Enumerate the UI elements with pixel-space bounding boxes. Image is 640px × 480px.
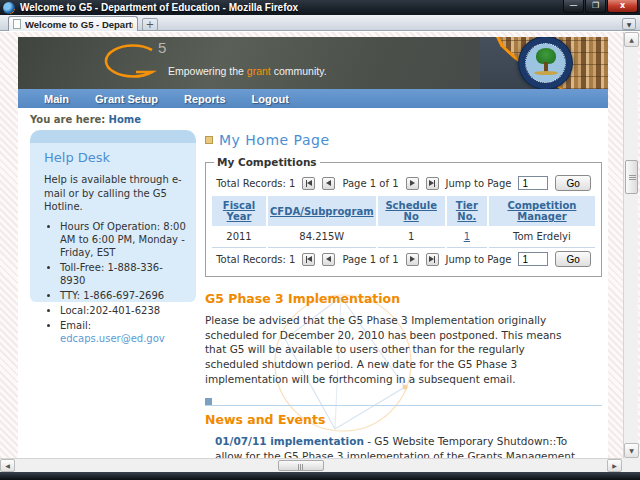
- scroll-down-arrow-icon[interactable]: ▼: [624, 443, 639, 458]
- page-title-square-icon: [205, 136, 213, 144]
- pagination-bottom: Total Records: 1 Page 1 of 1 Jump to Pag…: [210, 248, 597, 270]
- close-button[interactable]: x: [607, 0, 638, 13]
- nav-item-grant-setup[interactable]: Grant Setup: [95, 93, 158, 105]
- taskbar-edge: [0, 472, 640, 480]
- tab-strip: Welcome to G5 - Department of Edu... + ▼: [0, 15, 640, 31]
- page-content: You are here: Home Help Desk Help is ava…: [18, 108, 608, 472]
- help-desk-intro: Help is available through e-mail or by c…: [44, 173, 186, 214]
- tagline-grant-accent: grant: [247, 65, 271, 77]
- help-desk-local: Local:202-401-6238: [60, 304, 186, 317]
- divider-square-icon: [205, 398, 212, 405]
- my-competitions-legend: My Competitions: [214, 156, 320, 168]
- go-button[interactable]: Go: [555, 175, 590, 191]
- help-desk-title: Help Desk: [44, 150, 186, 165]
- nav-item-logout[interactable]: Logout: [252, 93, 289, 105]
- competitions-table: Fiscal Year CFDA/Subprogram Schedule No …: [210, 196, 597, 248]
- table-header-row: Fiscal Year CFDA/Subprogram Schedule No …: [212, 196, 595, 226]
- titlebar: Welcome to G5 - Department of Education …: [0, 0, 640, 15]
- firefox-icon: [3, 2, 15, 14]
- my-competitions-fieldset: My Competitions Total Records: 1 Page 1 …: [205, 156, 602, 277]
- page-favicon-icon: [13, 19, 21, 29]
- cell-competition-manager: Tom Erdelyi: [489, 226, 595, 248]
- vertical-scroll-thumb[interactable]: [625, 160, 638, 194]
- horizontal-scrollbar[interactable]: ◀ ▶: [0, 458, 622, 472]
- scroll-up-arrow-icon[interactable]: ▲: [624, 32, 639, 47]
- last-page-button[interactable]: [426, 177, 439, 190]
- table-row: 2011 84.215W 1 1 Tom Erdelyi: [212, 226, 595, 248]
- help-desk-tty: TTY: 1-866-697-2696: [60, 289, 186, 302]
- jump-to-page-input[interactable]: [518, 176, 548, 190]
- breadcrumb-home-link[interactable]: Home: [109, 114, 141, 125]
- breadcrumb-label: You are here:: [30, 114, 105, 125]
- nav-item-reports[interactable]: Reports: [184, 93, 226, 105]
- col-tier-no[interactable]: Tier No.: [447, 196, 487, 226]
- tier-no-link[interactable]: 1: [464, 231, 470, 242]
- scroll-right-arrow-icon[interactable]: ▶: [607, 459, 622, 472]
- prev-page-button[interactable]: [322, 253, 335, 266]
- page-title: My Home Page: [205, 132, 602, 148]
- banner-tagline: Empowering the grant community.: [168, 65, 327, 77]
- main-navigation: Main Grant Setup Reports Logout: [18, 89, 608, 108]
- phase3-section: G5 Phase 3 Implementation Please be advi…: [205, 291, 602, 386]
- scroll-left-arrow-icon[interactable]: ◀: [0, 459, 15, 472]
- tab-welcome-g5[interactable]: Welcome to G5 - Department of Edu...: [8, 16, 138, 31]
- total-records-label: Total Records: 1: [216, 178, 295, 189]
- scrollbar-corner: [622, 458, 640, 472]
- jump-to-page-label: Jump to Page: [446, 178, 512, 189]
- help-desk-email-link[interactable]: edcaps.user@ed.gov: [60, 333, 165, 344]
- window-title: Welcome to G5 - Department of Education …: [20, 2, 298, 13]
- first-page-button[interactable]: [302, 177, 315, 190]
- cell-tier-no: 1: [447, 226, 487, 248]
- first-page-button[interactable]: [302, 253, 315, 266]
- jump-to-page-input[interactable]: [518, 252, 548, 266]
- col-cfda-subprogram[interactable]: CFDA/Subprogram: [268, 196, 376, 226]
- ed-seal: [518, 37, 573, 89]
- cell-cfda-subprogram: 84.215W: [268, 226, 376, 248]
- main-column: My Home Page My Competitions Total Recor…: [205, 132, 602, 472]
- section-divider: [205, 398, 602, 406]
- page-indicator: Page 1 of 1: [342, 254, 398, 265]
- next-page-button[interactable]: [406, 177, 419, 190]
- help-desk-tollfree: Toll-Free: 1-888-336-8930: [60, 261, 186, 287]
- maximize-button[interactable]: ❐: [585, 0, 606, 13]
- help-desk-panel: Help Desk Help is available through e-ma…: [30, 130, 196, 302]
- total-records-label: Total Records: 1: [216, 254, 295, 265]
- help-desk-hours: Hours Of Operation: 8:00 AM to 6:00 PM, …: [60, 220, 186, 259]
- next-page-button[interactable]: [406, 253, 419, 266]
- browser-viewport: 5 Empowering the grant community. Main G…: [0, 32, 640, 472]
- cell-fiscal-year: 2011: [212, 226, 266, 248]
- new-tab-button[interactable]: +: [142, 18, 158, 31]
- breadcrumb: You are here: Home: [18, 108, 608, 125]
- horizontal-scroll-thumb[interactable]: [278, 460, 324, 471]
- list-all-tabs-button[interactable]: ▼: [622, 18, 636, 30]
- prev-page-button[interactable]: [322, 177, 335, 190]
- col-schedule-no[interactable]: Schedule No: [378, 196, 445, 226]
- last-page-button[interactable]: [426, 253, 439, 266]
- g5-logo: 5: [96, 41, 168, 86]
- minimize-button[interactable]: —: [563, 0, 584, 13]
- site-banner: 5 Empowering the grant community.: [18, 37, 608, 89]
- col-fiscal-year[interactable]: Fiscal Year: [212, 196, 266, 226]
- vertical-scrollbar[interactable]: ▲ ▼: [623, 32, 638, 458]
- browser-window: Welcome to G5 - Department of Education …: [0, 0, 640, 480]
- help-desk-email: Email: edcaps.user@ed.gov: [60, 319, 186, 345]
- pagination-top: Total Records: 1 Page 1 of 1 Jump to Pag…: [210, 172, 597, 194]
- phase3-body: Please be advised that the G5 Phase 3 Im…: [205, 313, 565, 386]
- col-competition-manager[interactable]: Competition Manager: [489, 196, 595, 226]
- page-indicator: Page 1 of 1: [342, 178, 398, 189]
- webpage: 5 Empowering the grant community. Main G…: [18, 37, 608, 472]
- g5-logo-five: 5: [158, 39, 166, 56]
- help-desk-list: Hours Of Operation: 8:00 AM to 6:00 PM, …: [60, 220, 186, 345]
- jump-to-page-label: Jump to Page: [446, 254, 512, 265]
- cell-schedule-no: 1: [378, 226, 445, 248]
- seal-base: [534, 71, 558, 75]
- tab-label: Welcome to G5 - Department of Edu...: [25, 19, 133, 30]
- go-button[interactable]: Go: [555, 251, 590, 267]
- nav-item-main[interactable]: Main: [44, 93, 69, 105]
